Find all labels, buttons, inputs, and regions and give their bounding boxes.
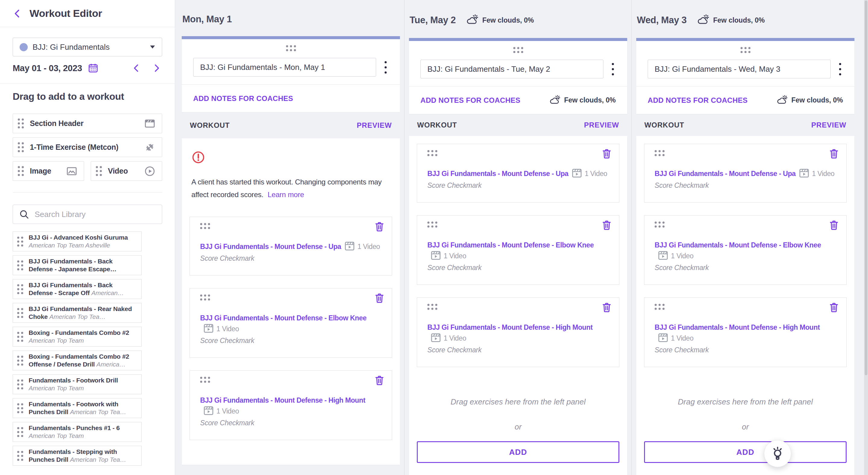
- drag-handle-icon[interactable]: [655, 150, 836, 156]
- add-exercise-button[interactable]: ADD: [644, 441, 846, 463]
- workout-name-input[interactable]: [193, 58, 376, 76]
- drag-handle-icon: [18, 119, 24, 128]
- workout-menu-button[interactable]: [610, 61, 616, 78]
- page-title: Workout Editor: [30, 7, 102, 19]
- exercise-link[interactable]: BJJ Gi Fundamentals - Mount Defense - Up…: [427, 170, 568, 178]
- workout-strip: WORKOUT PREVIEW: [182, 112, 400, 138]
- score-type-label: Score Checkmark: [427, 346, 609, 354]
- prev-week-button[interactable]: [133, 64, 140, 72]
- day-column-2: Tue, May 2 Few clouds, 0% ADD NOTES FOR …: [409, 0, 627, 475]
- notes-row: ADD NOTES FOR COACHES Few clouds, 0%: [409, 86, 627, 114]
- exercise-link[interactable]: BJJ Gi Fundamentals - Mount Defense - Hi…: [655, 323, 820, 331]
- widget-label: Section Header: [30, 119, 84, 128]
- preview-link[interactable]: PREVIEW: [811, 121, 846, 129]
- drag-handle-icon[interactable]: [655, 304, 836, 310]
- drag-handle-icon[interactable]: [286, 45, 296, 51]
- exercise-card: BJJ Gi Fundamentals - Mount Defense - El…: [644, 215, 846, 285]
- exercise-link[interactable]: BJJ Gi Fundamentals - Mount Defense - El…: [427, 241, 594, 249]
- drag-handle-icon: [17, 308, 23, 318]
- calendar-icon: [87, 62, 99, 74]
- drag-handle-icon[interactable]: [427, 150, 609, 156]
- drag-handle-icon[interactable]: [427, 222, 609, 227]
- video-clip-icon: [658, 333, 669, 343]
- library-item[interactable]: Boxing - Fundamentals Combo #2 American …: [13, 327, 142, 347]
- tips-fab-button[interactable]: [764, 440, 791, 467]
- delete-exercise-button[interactable]: [374, 374, 385, 387]
- delete-exercise-button[interactable]: [601, 219, 613, 232]
- preview-link[interactable]: PREVIEW: [584, 121, 619, 129]
- preview-link[interactable]: PREVIEW: [357, 121, 392, 130]
- day-header: Mon, May 1: [182, 0, 400, 36]
- add-exercise-button[interactable]: ADD: [417, 441, 619, 463]
- drag-handle-icon[interactable]: [427, 304, 609, 310]
- day-column-3: Wed, May 3 Few clouds, 0% ADD NOTES FOR …: [636, 0, 855, 475]
- exercise-link[interactable]: BJJ Gi Fundamentals - Mount Defense - Hi…: [200, 396, 365, 404]
- next-week-button[interactable]: [153, 64, 160, 72]
- drag-section-title: Drag to add to a workout: [13, 91, 162, 102]
- calendar-button[interactable]: [87, 62, 99, 74]
- drag-handle-icon[interactable]: [741, 47, 750, 53]
- delete-exercise-button[interactable]: [374, 292, 385, 305]
- trash-icon: [601, 148, 613, 160]
- drag-handle-icon[interactable]: [200, 223, 381, 229]
- day-label: Tue, May 2: [410, 15, 456, 26]
- day-header: Wed, May 3 Few clouds, 0%: [636, 0, 855, 38]
- back-button[interactable]: [13, 9, 22, 19]
- drag-widget-1-time-exercise-metcon-[interactable]: 1-Time Exercise (Metcon): [13, 137, 162, 157]
- drag-widget-image[interactable]: Image: [13, 161, 84, 181]
- program-select[interactable]: BJJ: Gi Fundamentals: [13, 38, 162, 56]
- drag-handle-icon: [18, 142, 24, 152]
- add-notes-link[interactable]: ADD NOTES FOR COACHES: [648, 96, 748, 104]
- delete-exercise-button[interactable]: [828, 302, 840, 314]
- drag-widget-video[interactable]: Video: [91, 161, 162, 181]
- exercise-link[interactable]: BJJ Gi Fundamentals - Mount Defense - Up…: [655, 170, 796, 178]
- exercise-link[interactable]: BJJ Gi Fundamentals - Mount Defense - Hi…: [427, 323, 592, 331]
- exercise-link[interactable]: BJJ Gi Fundamentals - Mount Defense - El…: [655, 241, 821, 249]
- library-item[interactable]: Fundamentals - Stepping with Punches Dri…: [13, 446, 142, 466]
- drag-handle-icon[interactable]: [200, 294, 381, 300]
- drag-widget-section-header[interactable]: Section Header: [13, 114, 162, 133]
- exercise-link[interactable]: BJJ Gi Fundamentals - Mount Defense - Up…: [200, 243, 341, 250]
- drag-handle-icon[interactable]: [200, 377, 381, 383]
- library-item-title: BJJ Gi Fundamentals - Back Defense - Jap…: [29, 258, 116, 273]
- date-range-row: May 01 - 03, 2023: [13, 62, 162, 74]
- workout-name-card: ADD NOTES FOR COACHES Few clouds, 0%: [636, 38, 855, 114]
- library-item-title: Fundamentals - Footwork Drill: [29, 377, 118, 384]
- workout-name-input[interactable]: [648, 60, 831, 78]
- exercise-link[interactable]: BJJ Gi Fundamentals - Mount Defense - El…: [200, 314, 367, 322]
- add-notes-link[interactable]: ADD NOTES FOR COACHES: [193, 94, 293, 103]
- library-item[interactable]: Fundamentals - Footwork Drill American T…: [13, 374, 142, 394]
- workout-section-label: WORKOUT: [190, 121, 230, 130]
- library-item[interactable]: Fundamentals - Punches #1 - 6 American T…: [13, 422, 142, 442]
- search-input[interactable]: [35, 210, 156, 219]
- library-item[interactable]: Fundamentals - Footwork with Punches Dri…: [13, 398, 142, 418]
- drag-handle-icon[interactable]: [513, 47, 523, 53]
- delete-exercise-button[interactable]: [828, 148, 840, 161]
- library-item[interactable]: BJJ Gi Fundamentals - Rear Naked Choke A…: [13, 303, 142, 323]
- drag-handle-icon[interactable]: [655, 222, 836, 227]
- workout-name-input[interactable]: [421, 60, 603, 78]
- delete-exercise-button[interactable]: [828, 219, 840, 232]
- trash-icon: [828, 148, 840, 160]
- library-item[interactable]: BJJ Gi Fundamentals - Back Defense - Scr…: [13, 279, 142, 299]
- workout-editor-app: Workout Editor BJJ: Gi Fundamentals May …: [0, 0, 868, 475]
- library-item[interactable]: Boxing - Fundamentals Combo #2 Offense /…: [13, 351, 142, 371]
- video-count-label: 1 Video: [216, 325, 239, 333]
- learn-more-link[interactable]: Learn more: [268, 190, 304, 199]
- library-item[interactable]: BJJ Gi - Advanced Koshi Guruma American …: [13, 231, 142, 251]
- add-notes-link[interactable]: ADD NOTES FOR COACHES: [421, 96, 521, 104]
- delete-exercise-button[interactable]: [601, 302, 613, 314]
- library-item-subtitle: American Top Tea…: [70, 456, 126, 463]
- trash-icon: [828, 302, 840, 313]
- workout-menu-button[interactable]: [837, 61, 843, 78]
- workout-menu-button[interactable]: [383, 59, 389, 76]
- video-clip-icon: [344, 241, 355, 251]
- drag-hint-text: Drag exercises here from the left panel: [417, 397, 619, 407]
- delete-exercise-button[interactable]: [601, 148, 613, 161]
- library-item[interactable]: BJJ Gi Fundamentals - Back Defense - Jap…: [13, 255, 142, 275]
- widget-label: 1-Time Exercise (Metcon): [30, 143, 119, 152]
- scrollbar-thumb[interactable]: [865, 1, 867, 375]
- exercise-video-meta: 1 Video: [200, 325, 239, 333]
- delete-exercise-button[interactable]: [374, 221, 385, 233]
- notes-row: ADD NOTES FOR COACHES Few clouds, 0%: [636, 86, 855, 114]
